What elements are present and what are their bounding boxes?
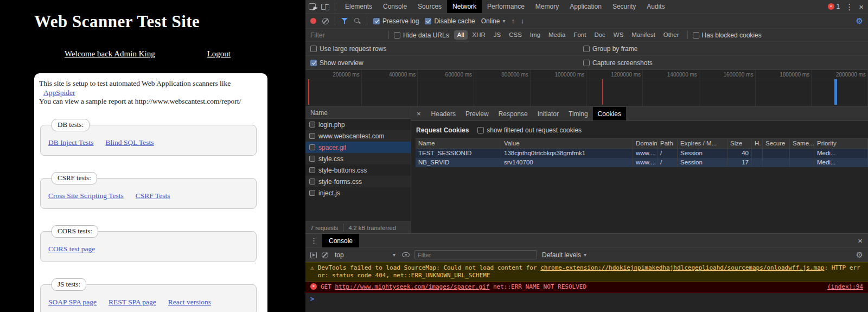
request-row[interactable]: login.php: [305, 119, 411, 130]
show-filtered-cookies-checkbox[interactable]: show filtered out request cookies: [477, 126, 582, 134]
logout-link[interactable]: Logout: [207, 49, 231, 59]
type-filter-ws[interactable]: WS: [610, 30, 627, 40]
soap-spa-link[interactable]: SOAP SPA page: [48, 298, 97, 306]
type-filter-xhr[interactable]: XHR: [469, 30, 489, 40]
request-row[interactable]: inject.js: [305, 187, 411, 199]
tab-network[interactable]: Network: [447, 0, 482, 13]
capture-screenshots-checkbox[interactable]: Capture screenshots: [583, 59, 653, 67]
type-filter-manifest[interactable]: Manifest: [628, 30, 658, 40]
react-versions-link[interactable]: React versions: [168, 298, 211, 306]
console-settings-gear-icon[interactable]: ⚙: [856, 251, 863, 259]
col-value[interactable]: Value: [501, 139, 633, 148]
preserve-log-checkbox[interactable]: Preserve log: [373, 17, 419, 25]
sourcemap-link[interactable]: chrome-extension://hdokiejnpimakedhajhdl…: [540, 264, 824, 271]
type-filter-media[interactable]: Media: [545, 30, 569, 40]
checkbox[interactable]: [583, 46, 590, 52]
cookie-row[interactable]: NB_SRVID srv140700 www.... / Session 17 …: [416, 158, 868, 167]
xss-tests-link[interactable]: Cross Site Scripting Tests: [48, 192, 124, 200]
col-path[interactable]: Path: [658, 139, 678, 148]
group-by-frame-checkbox[interactable]: Group by frame: [583, 45, 637, 53]
execution-context-dropdown[interactable]: top ▾: [333, 251, 397, 259]
checkbox[interactable]: [693, 32, 699, 39]
col-domain[interactable]: Domain: [633, 139, 658, 148]
tab-security[interactable]: Security: [607, 0, 641, 13]
search-icon[interactable]: [354, 17, 361, 24]
checkbox[interactable]: [425, 18, 431, 24]
console-filter-input[interactable]: [414, 250, 537, 259]
devtools-close-icon[interactable]: ×: [859, 3, 864, 11]
type-filter-font[interactable]: Font: [570, 30, 589, 40]
console-prompt-chevron[interactable]: >: [305, 293, 868, 305]
checkbox[interactable]: [583, 60, 590, 66]
detail-tab-timing[interactable]: Timing: [564, 107, 593, 120]
type-filter-all[interactable]: All: [454, 30, 468, 40]
tab-sources[interactable]: Sources: [412, 0, 447, 13]
tab-memory[interactable]: Memory: [530, 0, 564, 13]
log-levels-dropdown[interactable]: Default levels ▾: [542, 251, 586, 259]
col-samesite[interactable]: Same...: [790, 139, 814, 148]
has-blocked-cookies-checkbox[interactable]: Has blocked cookies: [693, 31, 762, 39]
tab-performance[interactable]: Performance: [482, 0, 530, 13]
blind-sql-tests-link[interactable]: Blind SQL Tests: [106, 138, 154, 147]
device-toolbar-icon[interactable]: [321, 3, 329, 10]
checkbox[interactable]: [373, 18, 380, 24]
disable-cache-checkbox[interactable]: Disable cache: [425, 17, 475, 25]
request-list-name-header[interactable]: Name: [305, 107, 411, 119]
tab-application[interactable]: Application: [564, 0, 607, 13]
checkbox[interactable]: [394, 32, 400, 39]
db-inject-tests-link[interactable]: DB Inject Tests: [48, 138, 94, 147]
request-row-selected[interactable]: spacer.gif: [305, 142, 411, 153]
tab-audits[interactable]: Audits: [641, 0, 670, 13]
detail-tab-response[interactable]: Response: [494, 107, 533, 120]
cors-test-page-link[interactable]: CORS test page: [48, 245, 95, 253]
throttling-dropdown[interactable]: Online ▾: [481, 17, 506, 25]
col-secure[interactable]: Secure: [763, 139, 790, 148]
detail-tab-cookies[interactable]: Cookies: [593, 107, 626, 120]
console-sidebar-icon[interactable]: [310, 252, 317, 258]
welcome-link[interactable]: Welcome back Admin King: [65, 49, 155, 59]
type-filter-img[interactable]: Img: [527, 30, 544, 40]
live-expression-eye-icon[interactable]: [402, 252, 410, 257]
error-source-link[interactable]: (index):94: [820, 283, 863, 291]
appspider-link[interactable]: AppSpider: [43, 88, 75, 97]
record-icon[interactable]: [310, 18, 316, 24]
show-overview-checkbox[interactable]: Show overview: [310, 59, 363, 67]
hide-data-urls-checkbox[interactable]: Hide data URLs: [394, 31, 449, 39]
csrf-tests-link[interactable]: CSRF Tests: [136, 192, 170, 200]
request-row[interactable]: style.css: [305, 153, 411, 164]
request-row[interactable]: style-buttons.css: [305, 164, 411, 176]
clear-icon[interactable]: [322, 18, 329, 24]
console-drawer-tab[interactable]: Console: [322, 234, 359, 247]
export-har-icon[interactable]: ↓: [521, 17, 525, 24]
col-size[interactable]: Size: [727, 139, 752, 148]
drawer-close-icon[interactable]: ×: [852, 237, 868, 245]
detail-tab-preview[interactable]: Preview: [461, 107, 494, 120]
col-priority[interactable]: Priority: [814, 139, 868, 148]
clear-console-icon[interactable]: [322, 252, 328, 258]
network-settings-gear-icon[interactable]: ⚙: [856, 17, 863, 25]
detail-tab-initiator[interactable]: Initiator: [533, 107, 564, 120]
checkbox[interactable]: [310, 60, 317, 66]
type-filter-doc[interactable]: Doc: [591, 30, 608, 40]
col-name[interactable]: Name: [416, 139, 501, 148]
type-filter-other[interactable]: Other: [660, 30, 682, 40]
use-large-request-rows-checkbox[interactable]: Use large request rows: [310, 45, 386, 53]
import-har-icon[interactable]: ↑: [511, 17, 515, 24]
col-expires[interactable]: Expires / M...: [678, 139, 727, 148]
inspect-element-icon[interactable]: [309, 3, 316, 10]
filter-icon[interactable]: [341, 18, 348, 24]
network-filter-input[interactable]: [310, 31, 384, 39]
cookie-row[interactable]: TEST_SESSIONID 138cjnthq0trtcbkqs38gmfmk…: [416, 149, 868, 158]
type-filter-js[interactable]: JS: [490, 30, 504, 40]
error-badge[interactable]: × 1: [828, 3, 840, 10]
tab-console[interactable]: Console: [378, 0, 412, 13]
drawer-kebab-menu-icon[interactable]: ⋮: [305, 237, 322, 244]
type-filter-css[interactable]: CSS: [506, 30, 525, 40]
rest-spa-link[interactable]: REST SPA page: [108, 298, 156, 306]
tab-elements[interactable]: Elements: [340, 0, 378, 13]
failed-request-link[interactable]: http://www.mightyseek.com/images/spacer.…: [335, 283, 490, 290]
request-row[interactable]: www.webscantest.com: [305, 130, 411, 142]
checkbox[interactable]: [477, 127, 484, 133]
kebab-menu-icon[interactable]: ⋮: [845, 3, 853, 11]
detail-tab-headers[interactable]: Headers: [426, 107, 461, 120]
